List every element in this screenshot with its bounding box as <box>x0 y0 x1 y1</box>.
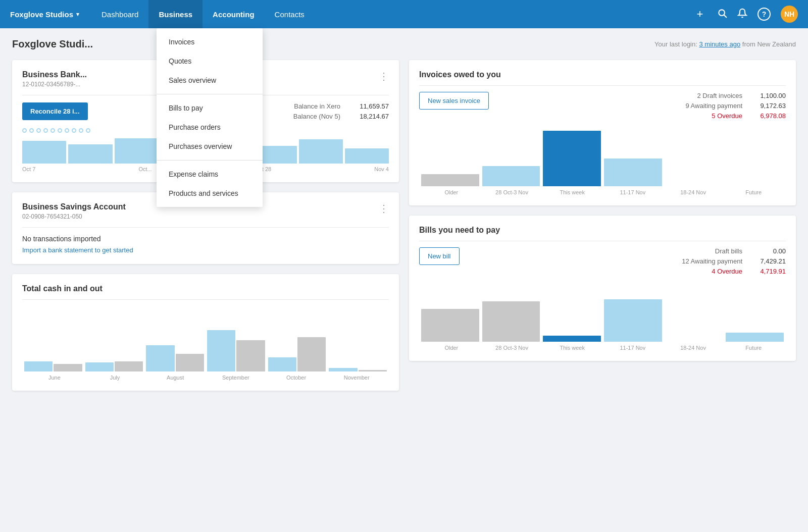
business-dropdown: Invoices Quotes Sales overview Bills to … <box>157 28 263 207</box>
dropdown-invoices[interactable]: Invoices <box>157 32 263 51</box>
nav-accounting[interactable]: Accounting <box>203 0 265 28</box>
invoices-title: Invoices owed to you <box>419 70 786 79</box>
bank-number: 12-0102-03456789-... <box>22 81 87 88</box>
import-link[interactable]: Import a bank statement to get started <box>22 246 133 254</box>
dropdown-expense-claims[interactable]: Expense claims <box>157 165 263 184</box>
dropdown-section-3: Expense claims Products and services <box>157 161 263 207</box>
cash-label-august: August <box>145 375 206 381</box>
bills-label-future: Future <box>723 345 784 351</box>
chart-label-nov4: Nov 4 <box>374 166 389 172</box>
reconcile-button[interactable]: Reconcile 28 i... <box>22 102 88 120</box>
overdue-bills-label: 4 Overdue <box>712 268 742 275</box>
dropdown-sales-overview[interactable]: Sales overview <box>157 71 263 90</box>
draft-bills-value: 0.00 <box>750 247 786 255</box>
page-content: Foxglove Studi... Your last login: 3 min… <box>0 28 808 532</box>
draft-bills-label: Draft bills <box>715 247 742 255</box>
page-title: Foxglove Studi... <box>12 38 93 50</box>
help-icon[interactable]: ? <box>758 8 771 21</box>
add-icon[interactable]: + <box>693 7 707 21</box>
cash-chart: June July August September October Novem… <box>22 306 389 381</box>
savings-number: 02-0908-7654321-050 <box>22 213 126 220</box>
savings-name: Business Savings Account <box>22 202 126 211</box>
nav-contacts[interactable]: Contacts <box>265 0 315 28</box>
invoices-owed-card: Invoices owed to you New sales invoice 2… <box>409 60 796 205</box>
total-cash-title: Total cash in and out <box>22 284 389 293</box>
cash-label-november: November <box>326 375 387 381</box>
bills-label-28oct: 28 Oct-3 Nov <box>482 345 542 351</box>
brand-name: Foxglove Studios <box>10 10 73 19</box>
brand[interactable]: Foxglove Studios ▾ <box>10 10 79 19</box>
balance-xero-value: 11,659.57 <box>348 102 389 110</box>
nav-right: + ? NH <box>693 6 798 23</box>
chart-label-oct7: Oct 7 <box>22 166 35 172</box>
right-column: Invoices owed to you New sales invoice 2… <box>409 60 796 391</box>
inv-label-future: Future <box>723 189 784 195</box>
new-sales-invoice-button[interactable]: New sales invoice <box>419 92 489 110</box>
new-bill-button[interactable]: New bill <box>419 247 460 265</box>
chart-label-oct: Oct... <box>138 166 152 172</box>
balance-statement-value: 18,214.67 <box>348 113 389 120</box>
awaiting-payment-value: 9,172.63 <box>750 102 786 110</box>
bills-card: Bills you need to pay New bill Draft bil… <box>409 216 796 361</box>
nav-dashboard[interactable]: Dashboard <box>91 0 148 28</box>
bills-awaiting-label: 12 Awaiting payment <box>682 257 742 265</box>
no-transactions: No transactions imported <box>22 235 389 243</box>
dropdown-products-services[interactable]: Products and services <box>157 184 263 203</box>
balance-statement-label: Balance (Nov 5) <box>293 113 340 120</box>
cash-label-october: October <box>266 375 327 381</box>
bank-name: Business Bank... <box>22 70 87 79</box>
bills-label-11nov: 11-17 Nov <box>602 345 663 351</box>
bills-chart: Older 28 Oct-3 Nov This week 11-17 Nov 1… <box>419 281 786 351</box>
bills-label-thisweek: This week <box>542 345 602 351</box>
bell-icon[interactable] <box>737 8 747 21</box>
inv-label-18nov: 18-24 Nov <box>663 189 724 195</box>
total-cash-card: Total cash in and out <box>12 274 399 391</box>
avatar[interactable]: NH <box>781 6 798 23</box>
draft-invoices-value: 1,100.00 <box>750 92 786 99</box>
cash-label-july: July <box>85 375 145 381</box>
brand-caret: ▾ <box>76 11 79 18</box>
balance-xero-label: Balance in Xero <box>294 102 340 110</box>
bank-menu-icon[interactable]: ⋮ <box>379 70 389 82</box>
bills-awaiting-value: 7,429.21 <box>750 257 786 265</box>
dropdown-bills-to-pay[interactable]: Bills to pay <box>157 98 263 118</box>
inv-label-older: Older <box>421 189 482 195</box>
savings-menu-icon[interactable]: ⋮ <box>379 202 389 215</box>
invoices-stats: 2 Draft invoices 1,100.00 9 Awaiting pay… <box>686 92 786 120</box>
overdue-bills-value: 4,719.91 <box>750 268 786 275</box>
cash-label-june: June <box>24 375 85 381</box>
overdue-invoices-label: 5 Overdue <box>712 112 742 120</box>
svg-line-1 <box>724 15 727 17</box>
bills-label-older: Older <box>421 345 482 351</box>
overdue-invoices-value: 6,978.08 <box>750 112 786 120</box>
dropdown-purchases-overview[interactable]: Purchases overview <box>157 137 263 156</box>
nav-business[interactable]: Business <box>148 0 203 28</box>
awaiting-payment-label: 9 Awaiting payment <box>686 102 743 110</box>
last-login-time[interactable]: 3 minutes ago <box>699 40 740 48</box>
dropdown-section-2: Bills to pay Purchase orders Purchases o… <box>157 94 263 160</box>
top-nav: Foxglove Studios ▾ Dashboard Business Ac… <box>0 0 808 28</box>
main-grid: Business Bank... 12-0102-03456789-... ⋮ … <box>12 60 796 391</box>
invoices-chart: Older 28 Oct-3 Nov This week 11-17 Nov 1… <box>419 126 786 195</box>
cash-label-september: September <box>206 375 266 381</box>
nav-links: Dashboard Business Accounting Contacts <box>91 0 315 28</box>
inv-label-11nov: 11-17 Nov <box>602 189 663 195</box>
bills-title: Bills you need to pay <box>419 226 786 235</box>
bills-stats: Draft bills 0.00 12 Awaiting payment 7,4… <box>682 247 786 275</box>
draft-invoices-label: 2 Draft invoices <box>697 92 742 99</box>
inv-label-thisweek: This week <box>542 189 602 195</box>
dropdown-section-1: Invoices Quotes Sales overview <box>157 28 263 94</box>
search-icon[interactable] <box>717 8 727 21</box>
last-login: Your last login: 3 minutes ago from New … <box>654 40 796 48</box>
dropdown-purchase-orders[interactable]: Purchase orders <box>157 118 263 137</box>
page-header: Foxglove Studi... Your last login: 3 min… <box>12 38 796 50</box>
dropdown-quotes[interactable]: Quotes <box>157 51 263 71</box>
bills-label-18nov: 18-24 Nov <box>663 345 724 351</box>
inv-label-28oct: 28 Oct-3 Nov <box>482 189 542 195</box>
